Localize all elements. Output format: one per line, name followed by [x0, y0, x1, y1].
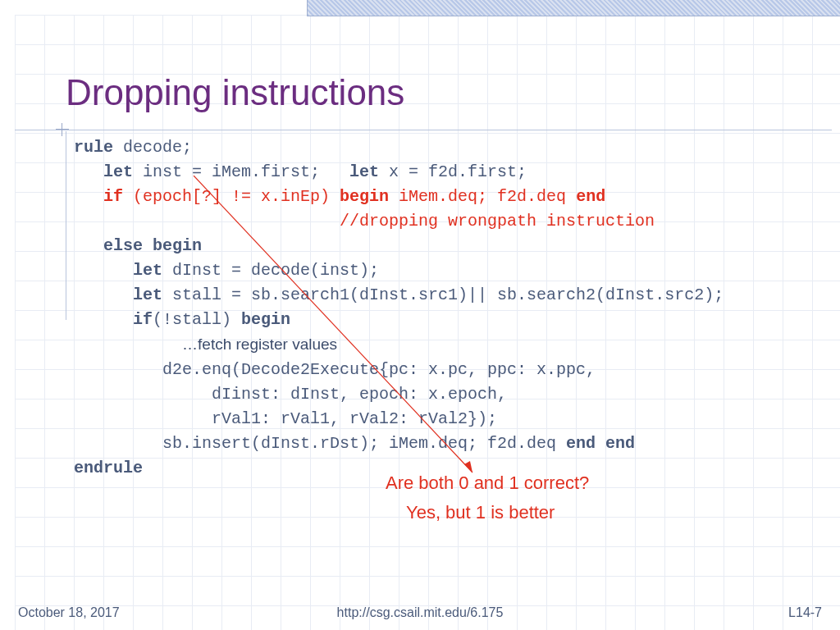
- footer-page: L14-7: [788, 605, 822, 620]
- code-text: d2e.enq(Decode2Execute{pc: x.pc, ppc: x.…: [74, 360, 596, 379]
- kw-let: let: [74, 162, 133, 181]
- kw-let: let: [74, 261, 162, 280]
- title-underline: [15, 130, 832, 130]
- footer-url: http://csg.csail.mit.edu/6.175: [0, 605, 840, 620]
- kw-end: end: [576, 187, 605, 206]
- header-band: [307, 0, 840, 16]
- kw-else-begin: else begin: [74, 236, 202, 255]
- kw-let: let: [349, 162, 379, 181]
- code-text: decode;: [113, 138, 192, 157]
- code-text: iMem.deq; f2d.deq: [389, 187, 576, 206]
- slide-title: Dropping instructions: [66, 72, 404, 113]
- kw-begin: begin: [241, 310, 290, 329]
- annotation-fetch: …fetch register values: [182, 336, 337, 353]
- code-comment: //dropping wrongpath instruction: [74, 212, 655, 231]
- kw-end-end: end end: [566, 434, 635, 453]
- kw-if: if: [74, 187, 133, 206]
- kw-let: let: [74, 285, 162, 304]
- callout-question: Are both 0 and 1 correct?: [386, 472, 589, 494]
- callout-answer: Yes, but 1 is better: [406, 502, 555, 523]
- kw-endrule: endrule: [74, 459, 143, 477]
- code-text: inst = iMem.first;: [133, 162, 349, 181]
- code-text: (!stall): [153, 310, 241, 329]
- code-text: rVal1: rVal1, rVal2: rVal2});: [74, 409, 497, 428]
- title-tick-icon: [56, 123, 69, 136]
- code-text: dIinst: dInst, epoch: x.epoch,: [74, 385, 507, 404]
- code-text: sb.insert(dInst.rDst); iMem.deq; f2d.deq: [74, 434, 566, 453]
- left-margin-rule: [66, 131, 66, 320]
- code-text: x = f2d.first;: [379, 162, 527, 181]
- code-text: (epoch[?] != x.inEp): [133, 187, 340, 206]
- kw-rule: rule: [74, 138, 113, 157]
- kw-begin: begin: [340, 187, 389, 206]
- code-block: rule decode; let inst = iMem.first; let …: [74, 135, 824, 481]
- code-text: dInst = decode(inst);: [162, 261, 379, 280]
- code-text: stall = sb.search1(dInst.src1)|| sb.sear…: [162, 285, 724, 304]
- kw-if: if: [74, 310, 153, 329]
